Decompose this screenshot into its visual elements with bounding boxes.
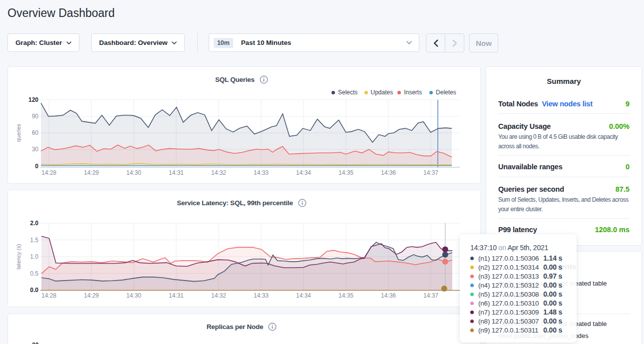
svg-text:14:29: 14:29 [84, 292, 99, 299]
svg-text:1.5: 1.5 [30, 237, 38, 244]
svg-text:14:32: 14:32 [211, 169, 226, 176]
svg-text:14:35: 14:35 [338, 169, 353, 176]
svg-text:queries: queries [15, 123, 21, 142]
svg-text:60: 60 [32, 129, 39, 136]
svg-text:14:34: 14:34 [296, 169, 311, 176]
svg-text:14:28: 14:28 [41, 292, 56, 299]
svg-text:14:31: 14:31 [169, 292, 184, 299]
svg-text:14:36: 14:36 [381, 292, 396, 299]
svg-text:14:36: 14:36 [381, 169, 396, 176]
svg-text:2.0: 2.0 [30, 220, 38, 227]
svg-text:14:33: 14:33 [254, 292, 269, 299]
svg-text:1.0: 1.0 [30, 253, 38, 260]
svg-text:120: 120 [28, 96, 38, 103]
svg-text:30: 30 [32, 146, 39, 153]
svg-text:14:31: 14:31 [169, 169, 184, 176]
svg-text:14:34: 14:34 [296, 292, 311, 299]
svg-text:14:33: 14:33 [254, 169, 269, 176]
svg-text:0: 0 [35, 163, 38, 170]
svg-text:14:32: 14:32 [211, 292, 226, 299]
svg-text:14:29: 14:29 [84, 169, 99, 176]
svg-text:14:28: 14:28 [41, 169, 56, 176]
svg-text:0.5: 0.5 [30, 270, 38, 277]
svg-text:14:37: 14:37 [423, 169, 438, 176]
svg-text:14:37: 14:37 [423, 292, 438, 299]
svg-text:14:30: 14:30 [126, 292, 141, 299]
svg-text:14:35: 14:35 [338, 292, 353, 299]
svg-text:latency (s): latency (s) [15, 244, 21, 270]
svg-text:14:30: 14:30 [126, 169, 141, 176]
svg-text:90: 90 [32, 113, 39, 120]
svg-text:0.0: 0.0 [30, 287, 38, 294]
